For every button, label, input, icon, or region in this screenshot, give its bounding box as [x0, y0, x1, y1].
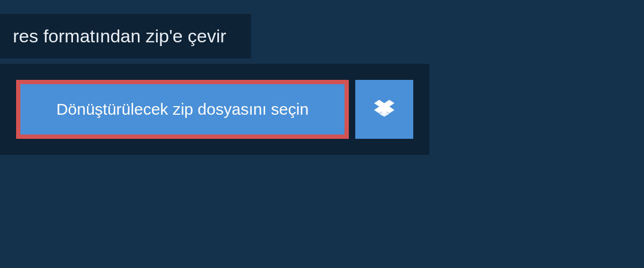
select-file-label: Dönüştürülecek zip dosyasını seçin	[56, 100, 309, 118]
dropbox-icon	[374, 98, 394, 121]
select-file-button[interactable]: Dönüştürülecek zip dosyasını seçin	[16, 80, 349, 139]
page-heading: res formatından zip'e çevir	[0, 14, 251, 58]
dropbox-button[interactable]	[355, 80, 413, 139]
heading-text: res formatından zip'e çevir	[13, 26, 226, 46]
upload-panel: Dönüştürülecek zip dosyasını seçin	[0, 64, 429, 155]
